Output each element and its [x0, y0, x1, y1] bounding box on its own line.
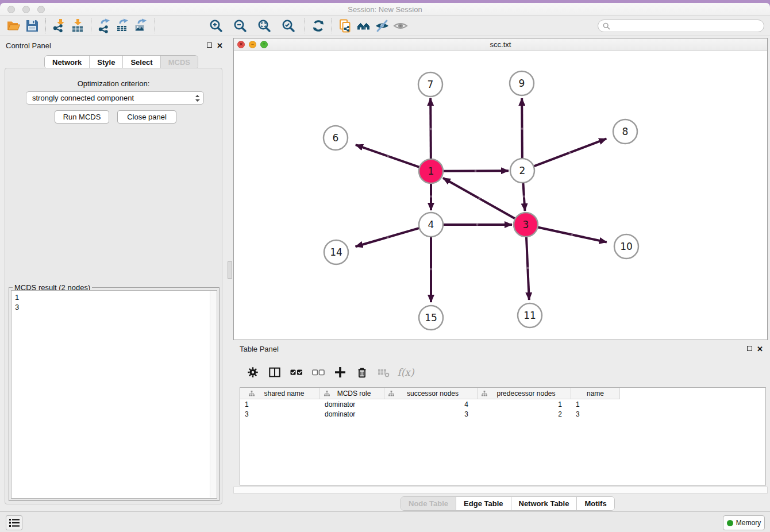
table-row[interactable]: 3 dominator 3 2 3 [240, 409, 765, 419]
zoom-in-icon[interactable] [207, 17, 225, 34]
tab-edge-table[interactable]: Edge Table [456, 497, 510, 510]
export-table-icon[interactable] [114, 17, 132, 34]
optimization-criterion-label: Optimization criterion: [5, 79, 222, 88]
node-table: shared name MCDS role successor nodes pr… [240, 387, 766, 485]
select-stepper-icon [195, 94, 200, 102]
network-view-window: ✕ − + scc.txt 7968124314101511 [233, 38, 768, 340]
tab-motifs[interactable]: Motifs [576, 497, 614, 510]
graph-node-label: 9 [519, 78, 525, 89]
result-line: 3 [15, 302, 213, 312]
toolbar-separator [91, 18, 91, 33]
column-header-successor-nodes[interactable]: successor nodes [384, 388, 478, 399]
result-line: 1 [15, 292, 213, 302]
edge-handle [387, 236, 389, 238]
homes-icon[interactable] [355, 17, 372, 34]
tab-select[interactable]: Select [122, 56, 160, 68]
table-scrollbar-track[interactable] [233, 487, 768, 494]
list-icon [9, 518, 20, 528]
refresh-layout-icon[interactable] [310, 17, 327, 34]
task-list-button[interactable] [6, 515, 22, 530]
edge-handle [430, 268, 432, 271]
tab-style[interactable]: Style [89, 56, 122, 68]
export-network-icon[interactable] [96, 17, 113, 34]
zoom-out-icon[interactable] [232, 17, 249, 34]
tab-node-table[interactable]: Node Table [401, 497, 456, 510]
control-panel-float-button[interactable] [207, 43, 212, 48]
table-tabs: Node Table Edge Table Network Table Moti… [401, 496, 615, 511]
run-mcds-button[interactable]: Run MCDS [55, 110, 109, 124]
show-eye-icon [392, 17, 409, 34]
sitemap-icon [482, 391, 487, 396]
control-panel-tabs: Network Style Select MCDS [44, 55, 198, 69]
criterion-select[interactable]: strongly connected component [26, 91, 204, 105]
search-field[interactable] [598, 20, 764, 32]
split-panel-icon[interactable] [267, 365, 282, 380]
control-panel-title: Control Panel [6, 41, 51, 50]
edge-handle [476, 223, 479, 226]
duplicate-network-icon[interactable] [337, 17, 354, 34]
column-header-name[interactable]: name [571, 388, 620, 399]
control-panel-close-icon[interactable]: ✕ [217, 42, 223, 49]
graph-node-label: 7 [428, 79, 434, 90]
save-session-icon[interactable] [24, 17, 41, 34]
table-settings-gear-icon[interactable] [245, 365, 260, 380]
network-window-title: scc.txt [234, 40, 767, 49]
vertical-splitter-handle[interactable] [228, 261, 232, 279]
graph-node-label: 11 [523, 310, 536, 321]
column-header-predecessor-nodes[interactable]: predecessor nodes [478, 388, 571, 399]
toolbar-separator [332, 18, 332, 33]
graph-node-label: 2 [519, 165, 526, 176]
graph-node-label: 14 [330, 246, 342, 258]
mcds-result-groupbox: MCDS result (2 nodes) 1 3 [9, 287, 220, 501]
zoom-fit-icon[interactable] [256, 17, 273, 34]
zoom-selected-icon[interactable] [280, 17, 297, 34]
add-row-icon[interactable] [333, 365, 348, 380]
edge-handle [521, 128, 523, 130]
table-row[interactable]: 1 dominator 4 1 1 [240, 399, 765, 409]
mcds-result-textarea[interactable]: 1 3 [11, 290, 217, 499]
hide-eye-icon[interactable] [374, 17, 391, 34]
column-header-shared-name[interactable]: shared name [240, 388, 320, 399]
open-session-icon[interactable] [5, 17, 22, 34]
deselect-all-icon[interactable] [311, 365, 326, 380]
table-header-row: shared name MCDS role successor nodes pr… [240, 388, 765, 399]
edge-handle [568, 152, 571, 154]
result-scrollbar[interactable] [210, 291, 216, 498]
search-input[interactable] [613, 20, 764, 32]
network-graph[interactable]: 7968124314101511 [234, 51, 767, 340]
memory-button[interactable]: Memory [723, 515, 765, 530]
tab-network-table[interactable]: Network Table [511, 497, 577, 510]
graph-node-label: 1 [428, 165, 434, 177]
status-bar: Memory [0, 511, 770, 532]
edge-handle [523, 195, 525, 198]
export-image-icon[interactable] [133, 17, 150, 34]
edge-handle [571, 233, 573, 236]
graph-node-label: 15 [425, 312, 437, 323]
toolbar-separator [305, 18, 305, 33]
table-panel-close-icon[interactable]: ✕ [757, 345, 763, 353]
toolbar-separator [155, 18, 155, 33]
memory-button-label: Memory [736, 519, 761, 527]
mac-titlebar: Session: New Session [0, 3, 770, 16]
close-panel-button[interactable]: Close panel [117, 110, 176, 124]
import-table-icon[interactable] [69, 17, 86, 34]
sitemap-icon [249, 391, 255, 396]
sitemap-icon [388, 391, 394, 396]
graph-node-label: 10 [620, 241, 633, 252]
import-network-icon[interactable] [51, 17, 68, 34]
delete-row-trash-icon[interactable] [355, 365, 369, 380]
network-window-titlebar[interactable]: ✕ − + scc.txt [234, 38, 767, 51]
search-icon [603, 22, 610, 30]
column-header-mcds-role[interactable]: MCDS role [320, 388, 384, 399]
criterion-selected-value: strongly connected component [32, 94, 195, 102]
tab-network[interactable]: Network [45, 56, 89, 68]
graph-node-label: 4 [428, 219, 434, 230]
edge-handle [478, 197, 480, 199]
function-builder-icon: f(x) [398, 365, 413, 380]
table-toolbar: f(x) [242, 362, 417, 383]
tab-mcds[interactable]: MCDS [160, 56, 198, 68]
table-panel-float-button[interactable] [747, 346, 752, 351]
network-canvas[interactable]: 7968124314101511 [234, 51, 767, 340]
select-all-icon[interactable] [289, 365, 304, 380]
graph-node-label: 3 [523, 219, 529, 230]
